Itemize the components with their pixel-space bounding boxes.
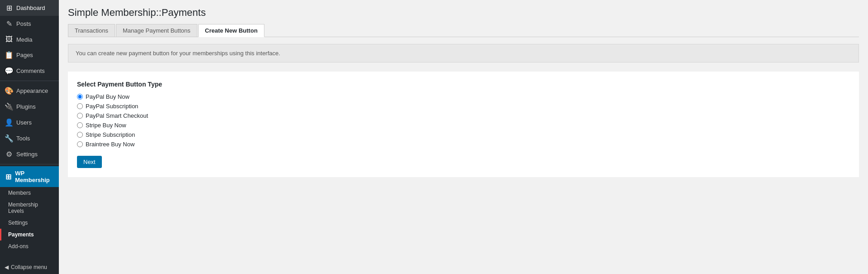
- sidebar-item-label: Settings: [16, 151, 38, 158]
- sidebar-item-label: Users: [16, 119, 32, 126]
- plugins-icon: 🔌: [5, 102, 14, 111]
- sidebar-item-settings[interactable]: ⚙ Settings: [0, 146, 59, 162]
- tools-icon: 🔧: [5, 134, 14, 143]
- sidebar-item-label: Media: [16, 36, 32, 43]
- sidebar-item-label: Comments: [16, 67, 45, 74]
- payment-section: Select Payment Button Type PayPal Buy No…: [68, 72, 859, 177]
- sidebar-item-plugins[interactable]: 🔌 Plugins: [0, 99, 59, 115]
- info-message: You can create new payment button for yo…: [68, 44, 859, 62]
- tab-create-new-button[interactable]: Create New Button: [198, 24, 264, 37]
- sidebar-item-label: Dashboard: [16, 5, 45, 11]
- sidebar-item-pages[interactable]: 📋 Pages: [0, 47, 59, 63]
- radio-stripe-buy-now[interactable]: Stripe Buy Now: [77, 122, 850, 129]
- sidebar-item-appearance[interactable]: 🎨 Appearance: [0, 83, 59, 99]
- appearance-icon: 🎨: [5, 87, 14, 95]
- sidebar-item-label: Posts: [16, 20, 31, 27]
- sidebar-item-posts[interactable]: ✎ Posts: [0, 16, 59, 32]
- settings-icon: ⚙: [5, 150, 14, 159]
- sidebar-item-comments[interactable]: 💬 Comments: [0, 63, 59, 79]
- sidebar-item-media[interactable]: 🖼 Media: [0, 32, 59, 47]
- radio-braintree-buy-now-label: Braintree Buy Now: [86, 141, 134, 148]
- radio-stripe-buy-now-input[interactable]: [77, 122, 83, 128]
- media-icon: 🖼: [5, 35, 14, 43]
- sidebar-sub-membership-levels[interactable]: Membership Levels: [0, 199, 59, 217]
- sidebar-item-label: Appearance: [16, 87, 48, 94]
- members-label: Members: [8, 190, 31, 196]
- membership-levels-label: Membership Levels: [8, 202, 38, 214]
- sidebar-item-dashboard[interactable]: ⊞ Dashboard: [0, 0, 59, 16]
- radio-stripe-subscription-label: Stripe Subscription: [86, 131, 135, 138]
- payment-options: PayPal Buy Now PayPal Subscription PayPa…: [77, 93, 850, 148]
- collapse-icon: ◀: [5, 264, 9, 270]
- sidebar-item-wp-membership[interactable]: ⊞ WP Membership: [0, 166, 59, 187]
- wp-membership-icon: ⊞: [5, 173, 12, 181]
- sidebar-sub-members[interactable]: Members: [0, 187, 59, 199]
- radio-stripe-subscription-input[interactable]: [77, 132, 83, 138]
- radio-paypal-subscription-input[interactable]: [77, 103, 83, 109]
- radio-paypal-smart-checkout[interactable]: PayPal Smart Checkout: [77, 112, 850, 119]
- section-title: Select Payment Button Type: [77, 81, 850, 88]
- radio-paypal-smart-checkout-label: PayPal Smart Checkout: [86, 112, 148, 119]
- radio-paypal-subscription-label: PayPal Subscription: [86, 103, 138, 110]
- radio-paypal-smart-checkout-input[interactable]: [77, 113, 83, 119]
- posts-icon: ✎: [5, 19, 14, 28]
- wp-membership-label: WP Membership: [15, 170, 54, 183]
- payments-label: Payments: [8, 231, 34, 238]
- radio-stripe-buy-now-label: Stripe Buy Now: [86, 122, 126, 129]
- radio-paypal-subscription[interactable]: PayPal Subscription: [77, 103, 850, 110]
- next-button[interactable]: Next: [77, 156, 102, 168]
- collapse-menu-button[interactable]: ◀ Collapse menu: [0, 260, 59, 274]
- settings-sub-label: Settings: [8, 220, 28, 226]
- tab-manage-payment-buttons[interactable]: Manage Payment Buttons: [116, 24, 197, 37]
- sidebar: ⊞ Dashboard ✎ Posts 🖼 Media 📋 Pages 💬 Co…: [0, 0, 59, 274]
- sidebar-sub-add-ons[interactable]: Add-ons: [0, 240, 59, 252]
- sidebar-item-label: Tools: [16, 135, 30, 142]
- radio-braintree-buy-now-input[interactable]: [77, 141, 83, 147]
- tab-bar: Transactions Manage Payment Buttons Crea…: [68, 24, 859, 37]
- main-content: Simple Membership::Payments Transactions…: [59, 0, 868, 274]
- sidebar-sub-settings[interactable]: Settings: [0, 217, 59, 229]
- sidebar-item-tools[interactable]: 🔧 Tools: [0, 130, 59, 146]
- radio-braintree-buy-now[interactable]: Braintree Buy Now: [77, 141, 850, 148]
- radio-paypal-buy-now[interactable]: PayPal Buy Now: [77, 93, 850, 100]
- sidebar-sub-payments[interactable]: Payments: [0, 229, 59, 240]
- pages-icon: 📋: [5, 51, 14, 59]
- sidebar-divider: [0, 81, 59, 81]
- add-ons-label: Add-ons: [8, 243, 29, 250]
- info-text: You can create new payment button for yo…: [76, 50, 280, 57]
- radio-stripe-subscription[interactable]: Stripe Subscription: [77, 131, 850, 138]
- page-title: Simple Membership::Payments: [68, 7, 859, 19]
- comments-icon: 💬: [5, 67, 14, 75]
- radio-paypal-buy-now-input[interactable]: [77, 94, 83, 100]
- tab-transactions[interactable]: Transactions: [68, 24, 115, 37]
- radio-paypal-buy-now-label: PayPal Buy Now: [86, 93, 129, 100]
- collapse-label: Collapse menu: [11, 264, 47, 270]
- users-icon: 👤: [5, 118, 14, 127]
- sidebar-item-users[interactable]: 👤 Users: [0, 115, 59, 130]
- sidebar-item-label: Pages: [16, 52, 33, 58]
- dashboard-icon: ⊞: [5, 4, 14, 12]
- sidebar-item-label: Plugins: [16, 103, 36, 110]
- sidebar-divider-2: [0, 164, 59, 164]
